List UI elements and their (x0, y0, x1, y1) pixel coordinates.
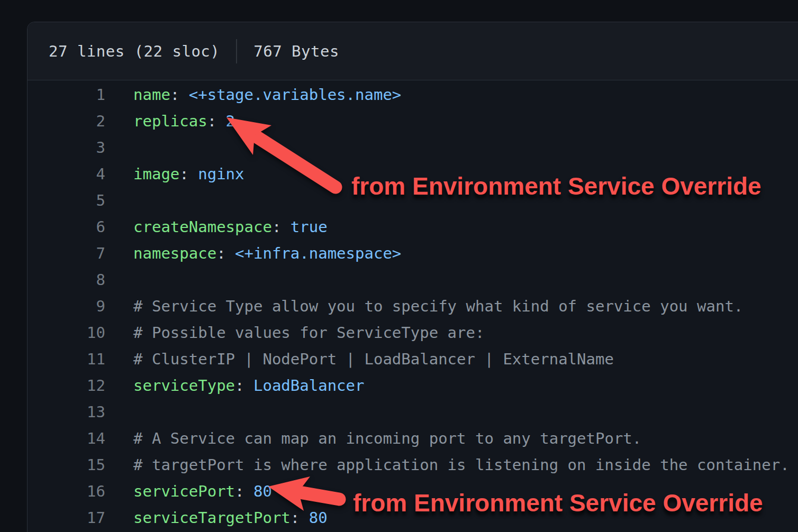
line-content (105, 399, 133, 425)
line-content: # Service Type allow you to specify what… (105, 293, 743, 319)
code-line: 9 # Service Type allow you to specify wh… (28, 293, 798, 319)
line-number[interactable]: 2 (28, 108, 105, 134)
line-content: name: <+stage.variables.name> (105, 81, 401, 108)
line-content: # Possible values for ServiceType are: (105, 319, 484, 346)
line-number[interactable]: 13 (28, 399, 105, 425)
line-content: image: nginx (105, 161, 244, 187)
code-line: 6 createNamespace: true (28, 214, 798, 240)
code-line: 3 (28, 134, 798, 161)
line-number[interactable]: 11 (28, 346, 105, 372)
code-line: 10 # Possible values for ServiceType are… (28, 319, 798, 346)
line-number[interactable]: 10 (28, 319, 105, 346)
line-number[interactable]: 6 (28, 214, 105, 240)
header-divider (236, 39, 237, 63)
line-content: replicas: 2 (105, 108, 235, 134)
line-number[interactable]: 7 (28, 240, 105, 267)
line-number[interactable]: 9 (28, 293, 105, 319)
line-content: # ClusterIP | NodePort | LoadBalancer | … (105, 346, 614, 372)
code-line: 12 serviceType: LoadBalancer (28, 372, 798, 399)
line-content: serviceType: LoadBalancer (105, 372, 365, 399)
code-line: 14 # A Service can map an incoming port … (28, 425, 798, 452)
code-line: 11 # ClusterIP | NodePort | LoadBalancer… (28, 346, 798, 372)
line-content (105, 187, 133, 214)
annotation-label-replicas: from Environment Service Override (351, 172, 761, 200)
code-line: 2 replicas: 2 (28, 108, 798, 134)
file-lines-info: 27 lines (22 sloc) (49, 42, 220, 60)
code-line: 1 name: <+stage.variables.name> (28, 81, 798, 108)
line-content: createNamespace: true (105, 214, 328, 240)
line-number[interactable]: 3 (28, 134, 105, 161)
line-number[interactable]: 16 (28, 478, 105, 505)
code-line: 7 namespace: <+infra.namespace> (28, 240, 798, 267)
line-content (105, 267, 133, 293)
line-content (105, 134, 133, 161)
file-header: 27 lines (22 sloc) 767 Bytes (28, 22, 798, 80)
line-content: serviceTargetPort: 80 (105, 505, 328, 531)
code-line: 8 (28, 267, 798, 293)
line-number[interactable]: 15 (28, 452, 105, 478)
line-number[interactable]: 17 (28, 505, 105, 531)
file-viewer-panel: 27 lines (22 sloc) 767 Bytes 1 name: <+s… (27, 22, 798, 532)
line-content: namespace: <+infra.namespace> (105, 240, 401, 267)
line-content: # targetPort is where application is lis… (105, 452, 790, 478)
line-number[interactable]: 14 (28, 425, 105, 452)
line-number[interactable]: 8 (28, 267, 105, 293)
line-content: servicePort: 80 (105, 478, 272, 505)
line-content: # A Service can map an incoming port to … (105, 425, 641, 452)
code-blob: 1 name: <+stage.variables.name> 2 replic… (28, 80, 798, 531)
code-line: 13 (28, 399, 798, 425)
line-number[interactable]: 4 (28, 161, 105, 187)
line-number[interactable]: 5 (28, 187, 105, 214)
code-line: 15 # targetPort is where application is … (28, 452, 798, 478)
line-number[interactable]: 12 (28, 372, 105, 399)
annotation-label-serviceport: from Environment Service Override (353, 489, 763, 517)
file-size-info: 767 Bytes (253, 42, 339, 60)
line-number[interactable]: 1 (28, 81, 105, 108)
